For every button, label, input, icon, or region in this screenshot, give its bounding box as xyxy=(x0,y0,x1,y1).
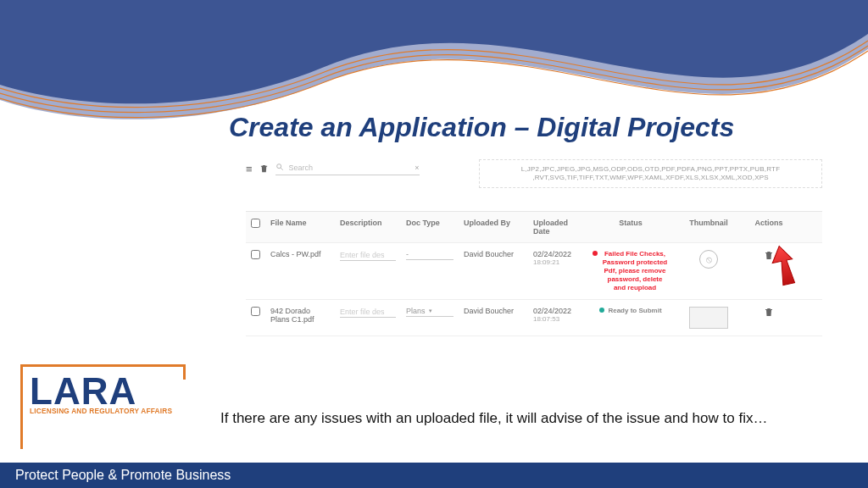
uploader: David Boucher xyxy=(459,243,528,299)
files-table: File Name Description Doc Type Uploaded … xyxy=(246,211,822,336)
doc-type-value: Plans xyxy=(406,307,426,315)
table-header-row: File Name Description Doc Type Uploaded … xyxy=(246,212,822,243)
col-doc-type: Doc Type xyxy=(401,212,459,242)
file-name: 942 Dorado Plans C1.pdf xyxy=(265,300,335,336)
status-text: Ready to Submit xyxy=(608,307,661,315)
clear-search-icon[interactable]: × xyxy=(415,164,419,172)
uploaded-date: 02/24/2022 18:07:53 xyxy=(528,300,587,336)
page-title: Create an Application – Digital Projects xyxy=(229,112,834,143)
doc-type-select[interactable]: Plans▾ xyxy=(406,307,453,317)
table-row: 942 Dorado Plans C1.pdf Plans▾ David Bou… xyxy=(246,300,822,336)
search-field[interactable]: × xyxy=(275,163,420,175)
delete-file-button[interactable] xyxy=(764,307,774,319)
col-status: Status xyxy=(587,212,674,242)
file-name: Calcs - PW.pdf xyxy=(265,243,335,299)
doc-type-select[interactable]: - xyxy=(406,250,453,260)
menu-icon[interactable]: ≡ xyxy=(246,163,253,175)
delete-selected-button[interactable] xyxy=(259,164,269,175)
status-cell: Ready to Submit xyxy=(587,300,674,336)
filetypes-line: ,RVT,SVG,TIF,TIFF,TXT,WMF,WPF,XAML,XFDF,… xyxy=(532,174,769,181)
footer-text: Protect People & Promote Business xyxy=(15,468,231,483)
status-text: Failed File Checks, Password protected P… xyxy=(601,250,669,292)
col-thumbnail: Thumbnail xyxy=(674,212,743,242)
table-row: Calcs - PW.pdf - David Boucher 02/24/202… xyxy=(246,243,822,300)
search-icon xyxy=(275,163,284,173)
svg-line-1 xyxy=(281,168,283,170)
accepted-filetypes: L,JP2,JPC,JPEG,JPG,MSG,ODP,ODS,OTD,PDF,P… xyxy=(479,159,822,188)
row-checkbox[interactable] xyxy=(251,250,260,259)
date-value: 02/24/2022 xyxy=(533,307,582,315)
status-dot-icon xyxy=(599,308,604,313)
col-actions: Actions xyxy=(743,212,794,242)
footer-bar: Protect People & Promote Business xyxy=(0,463,868,488)
chevron-down-icon: ▾ xyxy=(429,308,432,314)
status-dot-icon xyxy=(593,251,598,256)
file-thumbnail[interactable] xyxy=(689,307,728,329)
row-checkbox[interactable] xyxy=(251,307,260,316)
doc-type-value: - xyxy=(406,250,409,258)
time-value: 18:09:21 xyxy=(533,258,582,266)
date-value: 02/24/2022 xyxy=(533,250,582,258)
col-uploaded-date: Uploaded Date xyxy=(528,212,587,242)
description-input[interactable] xyxy=(340,307,396,318)
col-file-name: File Name xyxy=(265,212,335,242)
col-description: Description xyxy=(335,212,401,242)
svg-point-0 xyxy=(276,164,281,169)
uploader: David Boucher xyxy=(459,300,528,336)
filetypes-line: L,JP2,JPC,JPEG,JPG,MSG,ODP,ODS,OTD,PDF,P… xyxy=(521,165,780,173)
select-all-checkbox[interactable] xyxy=(251,219,260,228)
logo-main-text: LARA xyxy=(30,375,183,407)
explainer-text: If there are any issues with an uploaded… xyxy=(220,410,767,427)
status-cell: Failed File Checks, Password protected P… xyxy=(587,243,674,299)
lara-logo: LARA LICENSING AND REGULATORY AFFAIRS xyxy=(20,364,183,449)
description-input[interactable] xyxy=(340,250,396,261)
time-value: 18:07:53 xyxy=(533,315,582,323)
col-uploaded-by: Uploaded By xyxy=(459,212,528,242)
file-upload-panel: L,JP2,JPC,JPEG,JPG,MSG,ODP,ODS,OTD,PDF,P… xyxy=(246,159,822,336)
logo-subtitle: LICENSING AND REGULATORY AFFAIRS xyxy=(30,407,183,415)
no-thumbnail-icon: ⦸ xyxy=(699,250,718,269)
search-input[interactable] xyxy=(277,163,418,173)
delete-file-button[interactable] xyxy=(764,250,774,263)
uploaded-date: 02/24/2022 18:09:21 xyxy=(528,243,587,299)
